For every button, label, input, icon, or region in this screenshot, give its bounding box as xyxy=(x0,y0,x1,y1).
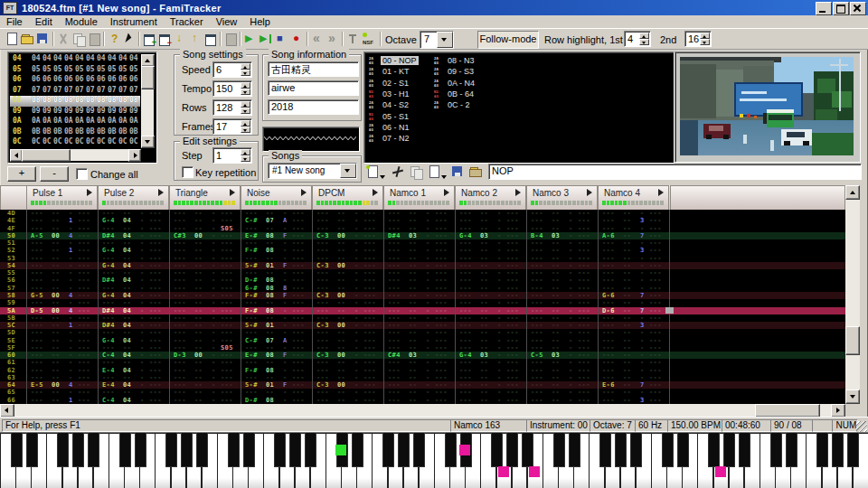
speed-spinner[interactable]: 6 xyxy=(212,61,252,78)
piano-key-black[interactable] xyxy=(569,433,580,467)
row-highlight-1st-spinner[interactable]: 4 xyxy=(624,31,651,47)
piano-key-black[interactable] xyxy=(165,433,177,467)
piano-key-black[interactable] xyxy=(662,433,674,467)
song-name-field[interactable]: 古田精灵 xyxy=(268,61,359,77)
piano-key-black[interactable] xyxy=(522,433,533,467)
new-instrument-button[interactable] xyxy=(365,164,380,179)
frame-row-07[interactable]: 0707070707070707070707 xyxy=(10,86,140,97)
pattern-row-59[interactable]: 59--------------------------------------… xyxy=(0,299,845,306)
channel-collapse-icon[interactable] xyxy=(301,189,307,196)
add-frame-button[interactable] xyxy=(142,32,156,46)
edit-mode-toggle-icon[interactable] xyxy=(345,32,360,46)
frame-row-0B[interactable]: 0B0B0B0B0B0B0B0B0B0B0B xyxy=(10,127,140,138)
menu-view[interactable]: View xyxy=(210,15,244,28)
pattern-row-5D[interactable]: 5D--------------------------------------… xyxy=(0,329,845,336)
pattern-vertical-scrollbar[interactable] xyxy=(845,185,860,404)
tempo-spinner[interactable]: 150 xyxy=(212,80,252,97)
piano-key-black[interactable] xyxy=(739,433,750,467)
piano-key-black[interactable] xyxy=(615,433,627,467)
piano-key-black[interactable] xyxy=(708,433,720,467)
channel-header-namco-2[interactable]: Namco 2 xyxy=(455,185,526,211)
pattern-row-4E[interactable]: 4E-----1---G-404-------------C-#07A-----… xyxy=(0,217,845,224)
channel-collapse-icon[interactable] xyxy=(587,189,592,196)
pattern-row-63[interactable]: 63--------------------------------------… xyxy=(0,374,845,381)
piano-key-black[interactable] xyxy=(274,433,286,467)
menu-help[interactable]: Help xyxy=(243,15,277,28)
channel-collapse-icon[interactable] xyxy=(515,189,521,196)
play-button[interactable] xyxy=(243,32,258,46)
frames-spinner[interactable]: 17 xyxy=(212,118,252,135)
channel-collapse-icon[interactable] xyxy=(87,189,92,196)
pattern-row-64[interactable]: 64E-5004---E-404-------------5-#01F---C-… xyxy=(0,381,845,389)
piano-key-black[interactable] xyxy=(305,433,316,467)
piano-keyboard[interactable] xyxy=(0,432,868,488)
menu-module[interactable]: Module xyxy=(59,15,104,28)
move-frame-down-button[interactable] xyxy=(173,32,187,46)
songs-select[interactable]: #1 New song xyxy=(268,163,357,179)
move-frame-up-button[interactable] xyxy=(188,32,203,46)
pattern-row-5E[interactable]: 5E---------G-404-------------C-#07A-----… xyxy=(0,337,845,344)
instrument-list[interactable]: 2A0300 - NOP2A0301 - KT2A0302 - S1N16303… xyxy=(363,52,675,164)
frame-row-04[interactable]: 0404040404040404040404 xyxy=(10,54,140,65)
piano-key-black[interactable] xyxy=(398,433,410,467)
nsf-export-button[interactable]: NSF xyxy=(362,32,380,46)
octave-select[interactable]: 7 xyxy=(420,31,454,49)
close-button[interactable] xyxy=(850,2,866,15)
play-pattern-button[interactable] xyxy=(259,32,273,46)
piano-key-black[interactable] xyxy=(786,433,797,467)
piano-key-black[interactable] xyxy=(847,433,859,467)
piano-key-black[interactable] xyxy=(88,433,99,467)
frame-row-06[interactable]: 0606060606060606060606 xyxy=(10,75,140,86)
remove-frame-button[interactable] xyxy=(157,32,172,46)
clone-instrument-button[interactable] xyxy=(409,164,423,179)
instrument-name-field[interactable]: NOP xyxy=(488,164,862,180)
piano-key-black[interactable] xyxy=(119,433,131,467)
previous-frame-button[interactable] xyxy=(310,32,325,46)
save-button[interactable] xyxy=(35,32,50,46)
piano-key-black[interactable] xyxy=(723,433,735,467)
piano-key-black[interactable] xyxy=(57,433,69,467)
pattern-row-4F[interactable]: 4F------------------------S05-----------… xyxy=(0,225,845,232)
change-all-checkbox[interactable] xyxy=(76,168,88,180)
piano-key-black[interactable] xyxy=(491,433,503,467)
pattern-row-50[interactable]: 50A-5004---D#404----C#300----E-#08F---C-… xyxy=(0,232,845,239)
piano-key-black[interactable] xyxy=(382,433,394,467)
channel-header-pulse-1[interactable]: Pulse 1 xyxy=(26,185,98,211)
add-frame-plus-button[interactable]: + xyxy=(7,166,36,182)
piano-key-black[interactable] xyxy=(352,433,363,467)
piano-key-black[interactable] xyxy=(630,433,642,467)
pattern-row-4D[interactable]: 4D--------------------------------------… xyxy=(0,210,845,217)
pattern-row-54[interactable]: 54---------G-404-------------5-#01F---C-… xyxy=(0,262,845,269)
channel-collapse-icon[interactable] xyxy=(230,189,235,196)
resize-grip[interactable] xyxy=(856,421,867,432)
piano-key-black[interactable] xyxy=(181,433,193,467)
piano-key-black[interactable] xyxy=(243,433,255,467)
pattern-grid[interactable]: 4D--------------------------------------… xyxy=(0,210,845,404)
piano-key-black[interactable] xyxy=(11,433,23,467)
frame-vertical-scrollbar[interactable] xyxy=(141,54,154,148)
new-instrument-dropdown-icon[interactable] xyxy=(380,170,385,181)
spin-down-icon[interactable] xyxy=(639,39,649,45)
help-button[interactable] xyxy=(107,32,121,46)
pattern-row-65[interactable]: 65--------------------------------------… xyxy=(0,389,845,396)
paste-button[interactable] xyxy=(87,32,101,46)
channel-header-pulse-2[interactable]: Pulse 2 xyxy=(98,185,169,211)
pattern-row-62[interactable]: 62---------E-404-------------F-#08------… xyxy=(0,367,845,374)
octave-dropdown-icon[interactable] xyxy=(437,32,453,48)
channel-header-triangle[interactable]: Triangle xyxy=(169,185,241,211)
copy-button[interactable] xyxy=(71,32,86,46)
minimize-button[interactable] xyxy=(816,2,832,15)
open-file-button[interactable] xyxy=(20,32,34,46)
piano-key-black[interactable] xyxy=(832,433,844,467)
record-button[interactable] xyxy=(290,32,305,46)
pattern-row-5F[interactable]: 5F------------------------S05-----------… xyxy=(0,344,845,352)
frame-editor[interactable]: 0404040404040404040404050505050505050505… xyxy=(7,52,157,164)
piano-key-black[interactable] xyxy=(553,433,565,467)
pattern-row-61[interactable]: 61--------------------------------------… xyxy=(0,359,845,366)
menu-file[interactable]: File xyxy=(0,15,29,28)
pattern-row-53[interactable]: 53--------------------------------------… xyxy=(0,255,845,262)
channel-collapse-icon[interactable] xyxy=(373,189,378,196)
channel-header-dpcm[interactable]: DPCM xyxy=(312,185,383,211)
menu-edit[interactable]: Edit xyxy=(29,15,59,28)
pattern-row-58[interactable]: 58G-5004---G-404-------------F-#08F---C-… xyxy=(0,292,845,299)
